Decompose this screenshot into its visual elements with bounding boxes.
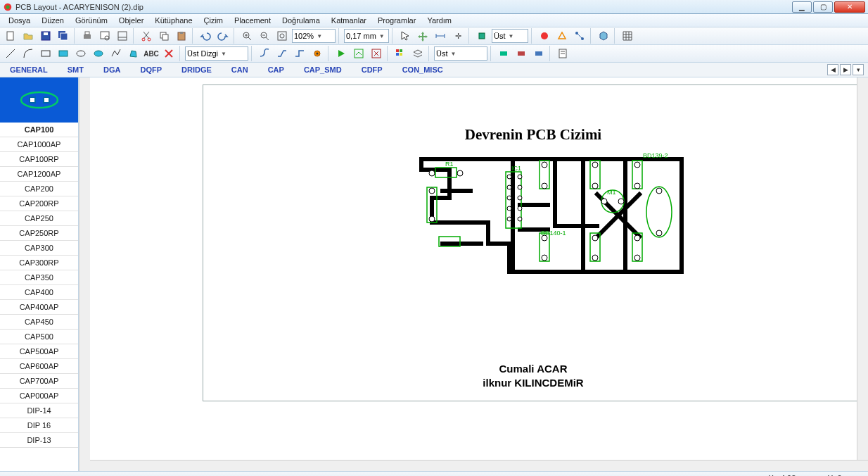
- copy-icon[interactable]: [156, 28, 172, 44]
- list-item[interactable]: CAP200: [0, 182, 78, 196]
- comp3-icon[interactable]: [531, 46, 547, 61]
- list-item[interactable]: CAP500AP: [0, 344, 78, 359]
- grid-icon[interactable]: [620, 28, 635, 44]
- list-item[interactable]: DIP-13: [0, 433, 78, 448]
- polygon-icon[interactable]: [126, 46, 141, 61]
- drc-icon[interactable]: [537, 28, 552, 44]
- menu-layers[interactable]: Katmanlar: [326, 15, 372, 25]
- menu-view[interactable]: Görünüm: [70, 15, 113, 25]
- delete-icon[interactable]: [161, 46, 177, 61]
- polyline-icon[interactable]: [108, 46, 124, 61]
- canvas[interactable]: Devrenin PCB Cizimi: [90, 77, 868, 471]
- pointer-icon[interactable]: [397, 28, 413, 44]
- minimize-button[interactable]: ▁: [792, 1, 812, 13]
- chip-icon[interactable]: [474, 28, 490, 44]
- list-item[interactable]: CAP100RP: [0, 152, 78, 167]
- colorize-icon[interactable]: [392, 46, 408, 61]
- list-item[interactable]: CAP350: [0, 270, 78, 285]
- cat-dga[interactable]: DGA: [94, 64, 130, 75]
- cat-cdfp[interactable]: CDFP: [352, 64, 392, 75]
- cat-next-button[interactable]: ▶: [840, 64, 851, 75]
- print-icon[interactable]: [79, 28, 95, 44]
- canvas-hscroll[interactable]: [90, 460, 868, 471]
- comp2-icon[interactable]: [513, 46, 529, 61]
- measure-icon[interactable]: [433, 28, 448, 44]
- redo-icon[interactable]: [215, 28, 231, 44]
- cat-dqfp[interactable]: DQFP: [130, 64, 172, 75]
- titleblock-icon[interactable]: [115, 28, 130, 44]
- ellipse-icon[interactable]: [73, 46, 89, 61]
- menu-programs[interactable]: Programlar: [372, 15, 421, 25]
- zoomout-icon[interactable]: [257, 28, 272, 44]
- list-item[interactable]: CAP400AP: [0, 300, 78, 315]
- list-item[interactable]: CAP450: [0, 315, 78, 330]
- text-icon[interactable]: ABC: [143, 46, 159, 61]
- part-list[interactable]: CAP100 CAP1000AP CAP100RP CAP1200AP CAP2…: [0, 123, 78, 471]
- autoroute-icon[interactable]: [351, 46, 366, 61]
- list-item[interactable]: CAP400: [0, 285, 78, 300]
- list-item[interactable]: CAP1000AP: [0, 137, 78, 152]
- list-item[interactable]: CAP700AP: [0, 374, 78, 389]
- zoom-combo[interactable]: 102%▼: [292, 29, 336, 43]
- list-item[interactable]: CAP1200AP: [0, 167, 78, 182]
- cat-dridge[interactable]: DRIDGE: [172, 64, 222, 75]
- list-item[interactable]: CAP100: [0, 123, 78, 137]
- paste-icon[interactable]: [174, 28, 189, 44]
- route2-icon[interactable]: [274, 46, 290, 61]
- tracewidth-combo[interactable]: 0,17 mm▼: [344, 29, 389, 43]
- cat-can[interactable]: CAN: [222, 64, 258, 75]
- cat-cap[interactable]: CAP: [258, 64, 294, 75]
- pan-icon[interactable]: [415, 28, 430, 44]
- cat-capsmd[interactable]: CAP_SMD: [294, 64, 352, 75]
- menu-library[interactable]: Kütüphane: [149, 15, 198, 25]
- menu-placement[interactable]: Placement: [229, 15, 276, 25]
- maximize-button[interactable]: ▢: [813, 1, 833, 13]
- layers-icon[interactable]: [410, 46, 426, 61]
- cat-smt[interactable]: SMT: [58, 64, 94, 75]
- net-icon[interactable]: [572, 28, 587, 44]
- menu-draw[interactable]: Çizim: [198, 15, 229, 25]
- sidebar-scrollbar[interactable]: [79, 77, 90, 471]
- report-icon[interactable]: [555, 46, 570, 61]
- route3-icon[interactable]: [292, 46, 307, 61]
- cat-general[interactable]: GENERAL: [0, 64, 58, 75]
- fillellipse-icon[interactable]: [91, 46, 106, 61]
- canvas-vscroll[interactable]: [857, 77, 868, 471]
- arc-icon[interactable]: [20, 46, 36, 61]
- rect-icon[interactable]: [38, 46, 53, 61]
- list-item[interactable]: CAP250RP: [0, 226, 78, 241]
- cut-icon[interactable]: [139, 28, 154, 44]
- toplayer-combo[interactable]: Üst▼: [492, 29, 528, 43]
- list-item[interactable]: CAP500: [0, 330, 78, 344]
- list-item[interactable]: DIP-14: [0, 403, 78, 418]
- comp1-icon[interactable]: [496, 46, 511, 61]
- pcb-layout[interactable]: R1 IC1 M1 BD139-2 BD140-1: [414, 152, 692, 279]
- menu-help[interactable]: Yardım: [421, 15, 457, 25]
- saveall-icon[interactable]: [56, 28, 71, 44]
- list-item[interactable]: CAP600AP: [0, 359, 78, 374]
- menu-file[interactable]: Dosya: [3, 15, 36, 25]
- new-icon[interactable]: [3, 28, 18, 44]
- list-item[interactable]: CAP000AP: [0, 389, 78, 403]
- layer-combo[interactable]: Üst Dizgi▼: [185, 46, 248, 61]
- zoomin-icon[interactable]: [239, 28, 255, 44]
- cat-prev-button[interactable]: ◀: [827, 64, 838, 75]
- origin-icon[interactable]: ✛: [450, 28, 466, 44]
- route1-icon[interactable]: [257, 46, 272, 61]
- open-icon[interactable]: [20, 28, 36, 44]
- list-item[interactable]: CAP300RP: [0, 256, 78, 270]
- close-button[interactable]: ✕: [834, 1, 865, 13]
- preview-icon[interactable]: [97, 28, 113, 44]
- cat-conmisc[interactable]: CON_MISC: [392, 64, 453, 75]
- cat-dropdown-button[interactable]: ▾: [853, 64, 864, 75]
- list-item[interactable]: CAP250: [0, 211, 78, 226]
- menu-verify[interactable]: Doğrulama: [276, 15, 326, 25]
- via-icon[interactable]: [309, 46, 325, 61]
- run-icon[interactable]: [333, 46, 349, 61]
- menu-edit[interactable]: Düzen: [36, 15, 70, 25]
- list-item[interactable]: CAP300: [0, 241, 78, 256]
- route-layer-combo[interactable]: Üst▼: [434, 46, 487, 61]
- line-icon[interactable]: [3, 46, 18, 61]
- fillrect-icon[interactable]: [56, 46, 71, 61]
- unroute-icon[interactable]: [369, 46, 384, 61]
